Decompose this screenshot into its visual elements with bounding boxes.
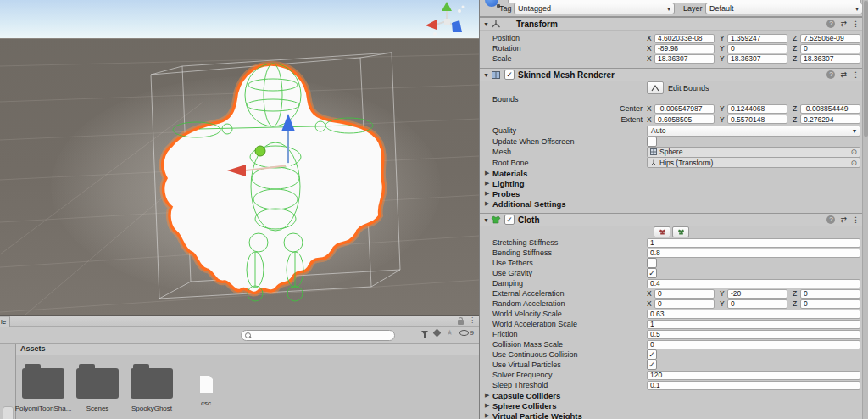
extent-x-field[interactable] <box>654 115 715 124</box>
friction-field[interactable] <box>647 330 860 339</box>
position-y-field[interactable] <box>727 34 787 43</box>
rotation-z-field[interactable] <box>800 44 860 53</box>
root-bone-object-field[interactable]: Hips (Transform) ⊙ <box>647 157 860 168</box>
help-icon[interactable]: ? <box>826 20 835 28</box>
favorites-icon[interactable]: ★ <box>446 329 453 337</box>
update-offscreen-checkbox[interactable] <box>647 137 657 147</box>
position-x-field[interactable] <box>654 34 715 43</box>
object-picker-icon[interactable]: ⊙ <box>850 159 857 167</box>
help-icon[interactable]: ? <box>826 70 835 79</box>
bending-stiffness-field[interactable] <box>647 249 860 258</box>
component-enabled-checkbox[interactable]: ✓ <box>504 215 515 225</box>
component-menu-icon[interactable]: ⋮ <box>852 20 860 28</box>
search-by-label-icon[interactable] <box>433 329 442 338</box>
random-accel-x-field[interactable] <box>654 299 715 309</box>
component-menu-icon[interactable]: ⋮ <box>852 70 860 79</box>
ghost-model[interactable] <box>163 64 384 293</box>
external-accel-y-field[interactable] <box>727 289 787 299</box>
extent-z-field[interactable] <box>800 115 860 124</box>
skinned-mesh-renderer-header[interactable]: ▼ ✓ Skinned Mesh Renderer ? ⇄ ⋮ <box>480 68 863 81</box>
project-tab[interactable]: le <box>0 316 10 327</box>
random-accel-z-field[interactable] <box>800 299 860 309</box>
asset-item-folder[interactable]: Scenes <box>70 364 125 412</box>
presets-icon[interactable]: ⇄ <box>840 215 847 224</box>
use-virtual-particles-checkbox[interactable]: ✓ <box>647 360 657 370</box>
capsule-colliders-foldout[interactable]: ▶ Capsule Colliders <box>480 390 863 400</box>
world-acceleration-scale-field[interactable] <box>647 320 860 329</box>
use-virtual-particles-row: Use Virtual Particles ✓ <box>480 360 863 370</box>
help-icon[interactable]: ? <box>826 215 835 224</box>
scale-x-field[interactable] <box>654 54 715 64</box>
layer-dropdown[interactable]: Default ▾ <box>705 3 863 14</box>
rotation-y-field[interactable] <box>727 44 787 53</box>
additional-settings-foldout[interactable]: ▶ Additional Settings <box>480 198 863 209</box>
world-velocity-scale-field[interactable] <box>647 310 860 319</box>
component-menu-icon[interactable]: ⋮ <box>852 215 860 224</box>
edit-bounds-button[interactable] <box>647 81 664 94</box>
presets-icon[interactable]: ⇄ <box>840 20 847 28</box>
scene-view[interactable] <box>0 0 479 315</box>
random-accel-y-field[interactable] <box>727 299 787 309</box>
sleep-threshold-field[interactable] <box>647 381 860 390</box>
extent-y-field[interactable] <box>727 115 787 124</box>
external-accel-z-field[interactable] <box>800 289 860 299</box>
component-enabled-checkbox[interactable]: ✓ <box>504 70 515 80</box>
hidden-packages-toggle[interactable]: 9 <box>459 329 474 337</box>
project-tree-column[interactable] <box>0 344 16 419</box>
foldout-icon: ▶ <box>485 190 492 197</box>
use-continuous-collision-checkbox[interactable]: ✓ <box>647 349 657 360</box>
edit-cloth-self-collision-button[interactable] <box>672 226 689 237</box>
use-gravity-row: Use Gravity ✓ <box>480 268 863 278</box>
foldout-icon[interactable]: ▼ <box>483 21 491 27</box>
asset-item-folder[interactable]: PolyomiToonSha... <box>16 364 70 412</box>
eye-icon <box>459 330 469 336</box>
tag-dropdown[interactable]: Untagged ▾ <box>514 3 675 14</box>
sphere-colliders-foldout[interactable]: ▶ Sphere Colliders <box>480 400 863 411</box>
probes-foldout[interactable]: ▶ Probes <box>480 188 863 198</box>
external-accel-x-field[interactable] <box>654 289 715 299</box>
tree-scrollbar-thumb[interactable] <box>3 406 14 419</box>
scale-z-field[interactable] <box>800 54 860 64</box>
foldout-icon[interactable]: ▼ <box>483 72 491 78</box>
object-picker-icon[interactable]: ⊙ <box>850 148 857 156</box>
asset-item-file[interactable]: csc <box>179 364 233 407</box>
orientation-y-cone[interactable] <box>442 2 452 11</box>
inspector-scrollbar[interactable] <box>862 0 868 419</box>
gizmo-y-handle[interactable] <box>255 146 265 156</box>
lock-icon[interactable] <box>458 320 464 325</box>
damping-field[interactable] <box>647 279 860 288</box>
orientation-z-cone[interactable] <box>452 20 462 32</box>
cloth-header[interactable]: ▼ ✓ Cloth ? ⇄ ⋮ <box>480 213 863 226</box>
use-gravity-checkbox[interactable]: ✓ <box>647 268 657 278</box>
virtual-particle-weights-foldout[interactable]: ▶ Virtual Particle Weights <box>480 411 863 419</box>
center-y-field[interactable] <box>727 104 787 114</box>
lighting-foldout[interactable]: ▶ Lighting <box>480 178 863 188</box>
foldout-icon[interactable]: ▼ <box>483 217 491 223</box>
materials-foldout[interactable]: ▶ Materials <box>480 168 863 178</box>
center-z-field[interactable] <box>800 104 860 114</box>
rotation-x-field[interactable] <box>654 44 715 53</box>
asset-item-folder[interactable]: SpookyGhost <box>125 364 179 412</box>
orientation-gizmo[interactable] <box>426 2 465 36</box>
quality-dropdown[interactable]: Auto ▾ <box>647 126 860 137</box>
orientation-x-cone[interactable] <box>426 20 437 30</box>
transform-header[interactable]: ▼ Transform ? ⇄ ⋮ <box>480 17 863 31</box>
search-input[interactable] <box>253 331 384 340</box>
panel-menu-icon[interactable]: ⋮ <box>469 316 476 325</box>
search-by-type-icon[interactable] <box>421 331 428 335</box>
position-z-field[interactable] <box>800 34 860 43</box>
presets-icon[interactable]: ⇄ <box>840 70 847 79</box>
collision-mass-scale-field[interactable] <box>647 340 860 349</box>
edit-cloth-constraints-button[interactable] <box>654 226 670 237</box>
mesh-object-field[interactable]: Sphere ⊙ <box>647 147 860 158</box>
project-search[interactable] <box>241 330 395 341</box>
folder-icon <box>76 368 119 399</box>
scale-y-field[interactable] <box>727 54 787 64</box>
breadcrumb[interactable]: Assets <box>16 344 479 355</box>
solver-frequency-field[interactable] <box>647 371 860 380</box>
stretching-stiffness-field[interactable] <box>647 238 860 248</box>
folder-icon <box>22 368 64 399</box>
scrollbar-thumb[interactable] <box>864 1 868 137</box>
center-x-field[interactable] <box>654 104 715 114</box>
use-tethers-checkbox[interactable] <box>647 258 657 268</box>
